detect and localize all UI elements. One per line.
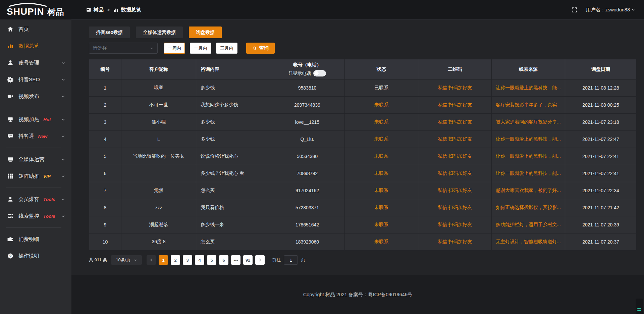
cell-account: 572803371 (270, 199, 345, 216)
cell-id: 1 (89, 80, 121, 97)
sidebar-item-10[interactable]: 会员爆客Tools (0, 191, 71, 208)
cell-source-link[interactable]: 如何正确选择投影仪，买投影... (492, 199, 565, 216)
goto-page-input[interactable] (284, 255, 298, 265)
total-count: 共 911 条 (89, 257, 107, 263)
more-pages-button[interactable]: ••• (231, 255, 240, 265)
page-button-5[interactable]: 5 (207, 255, 216, 265)
user-menu[interactable]: 用户名： zswodun88 (586, 7, 635, 13)
cell-qr-links[interactable]: 私信 扫码加好友 (418, 80, 492, 97)
phone-only-toggle[interactable] (313, 70, 326, 76)
cell-source-link[interactable]: 无主灯设计，智能磁吸轨道灯... (492, 233, 565, 251)
prev-page-button[interactable] (147, 255, 156, 265)
cell-account: 70898792 (270, 165, 345, 182)
period-button-3[interactable]: 三月内 (216, 43, 237, 54)
cell-source-link[interactable]: 让你一眼就爱上的黑科技，能... (492, 148, 565, 165)
app-logo[interactable]: SHUPIN 树品 (7, 3, 64, 16)
sidebar-item-label: 矩阵助推 (18, 173, 39, 180)
cell-qr-links[interactable]: 私信 扫码加好友 (418, 97, 492, 114)
fullscreen-icon[interactable] (572, 7, 577, 13)
sidebar-item-12[interactable]: 消费明细 (0, 231, 71, 248)
cell-content: 怎么买 (196, 182, 270, 199)
cell-source-link[interactable]: 让你一眼就爱上的黑科技，能... (492, 131, 565, 148)
cell-status: 未联系 (345, 182, 418, 199)
cell-qr-links[interactable]: 私信 扫码加好友 (418, 148, 492, 165)
cell-account: love__1215 (270, 114, 345, 131)
period-button-1[interactable]: 一周内 (164, 43, 185, 54)
sidebar-item-8[interactable]: 全媒体运营 (0, 151, 71, 168)
sidebar-divider (6, 108, 61, 108)
sidebar-item-label: 首页 (18, 26, 29, 33)
query-button[interactable]: 查询 (246, 43, 275, 54)
cell-nickname (121, 165, 196, 182)
pagination: 共 911 条 10条/页 123456•••92 前往 页 (89, 255, 637, 265)
tab-2[interactable]: 全媒体运营数据 (136, 27, 183, 38)
page-button-4[interactable]: 4 (195, 255, 204, 265)
sidebar-item-5[interactable]: 视频发布 (0, 88, 71, 105)
cell-qr-links[interactable]: 私信 扫码加好友 (418, 131, 492, 148)
page-button-6[interactable]: 6 (219, 255, 228, 265)
chevron-down-icon (61, 174, 65, 178)
cell-source-link[interactable]: 让你一眼就爱上的黑科技，能... (492, 80, 565, 97)
cell-source-link[interactable]: 客厅安装投影半年多了，真实... (492, 97, 565, 114)
tab-3[interactable]: 询盘数据 (189, 27, 222, 38)
cell-source-link[interactable]: 多功能护栏灯，适用于乡村文... (492, 216, 565, 233)
cell-id: 10 (89, 233, 121, 251)
main-content: 抖音seo数据全媒体运营数据询盘数据 请选择 一周内一月内三月内 查询 编号客户… (71, 19, 644, 275)
sidebar-item-3[interactable]: 账号管理 (0, 54, 71, 71)
cell-qr-links[interactable]: 私信 扫码加好友 (418, 182, 492, 199)
breadcrumb: 树品>数据总览 (86, 7, 141, 13)
floating-widget[interactable] (636, 299, 643, 314)
menu-badge: Hot (43, 117, 51, 122)
account-select[interactable]: 请选择 (89, 43, 158, 54)
page-button-92[interactable]: 92 (243, 255, 253, 265)
home-icon (7, 26, 13, 32)
cell-qr-links[interactable]: 私信 扫码加好友 (418, 199, 492, 216)
tab-1[interactable]: 抖音seo数据 (89, 27, 130, 38)
cell-source-link[interactable]: 让你一眼就爱上的黑科技，能... (492, 165, 565, 182)
cell-content: 说说价格让我死心 (196, 148, 270, 165)
sidebar-item-2[interactable]: 数据总览 (0, 38, 71, 54)
sidebar-item-label: 视频发布 (18, 93, 39, 100)
cell-qr-links[interactable]: 私信 扫码加好友 (418, 233, 492, 251)
breadcrumb-item-1[interactable]: 树品 (86, 7, 104, 13)
menu-badge: VIP (43, 174, 51, 179)
logo-text-cn: 树品 (47, 8, 64, 16)
page-button-2[interactable]: 2 (171, 255, 180, 265)
cell-status: 未联系 (345, 216, 418, 233)
sidebar-item-4[interactable]: 抖音SEO (0, 71, 71, 88)
sidebar-item-9[interactable]: 矩阵助推VIP (0, 168, 71, 185)
sidebar-item-13[interactable]: ?操作说明 (0, 248, 71, 264)
chevron-down-icon (61, 117, 65, 122)
table-body: 1哦章多少钱9583810已联系私信 扫码加好友让你一眼就爱上的黑科技，能...… (89, 80, 637, 251)
cell-qr-links[interactable]: 私信 扫码加好友 (418, 114, 492, 131)
table-row: 9潮起潮落多少钱一米178651642未联系私信 扫码加好友多功能护栏灯，适用于… (89, 216, 637, 233)
page-button-3[interactable]: 3 (183, 255, 192, 265)
cell-qr-links[interactable]: 私信 扫码加好友 (418, 216, 492, 233)
cell-date: 2021-11-07 21:42 (565, 199, 637, 216)
cell-date: 2021-11-08 12:28 (565, 80, 637, 97)
cell-source-link[interactable]: 被大家追着问的客厅投影分享... (492, 114, 565, 131)
cell-qr-links[interactable]: 私信 扫码加好友 (418, 165, 492, 182)
cell-account: 917024162 (270, 182, 345, 199)
cell-nickname: 狐小狸 (121, 114, 196, 131)
page-button-1[interactable]: 1 (159, 255, 168, 265)
cell-date: 2021-11-07 23:18 (565, 114, 637, 131)
sidebar-item-1[interactable]: 首页 (0, 21, 71, 38)
chat-icon (7, 133, 13, 139)
column-header-1: 编号 (89, 59, 121, 80)
copyright-text: Copyright 树品 2021 备案号：粤ICP备09019646号 (303, 292, 413, 298)
page-size-select[interactable]: 10条/页 (111, 255, 142, 265)
bar-chart-icon (7, 43, 13, 49)
sidebar-item-label: 视频加热 (18, 116, 39, 123)
sidebar-item-6[interactable]: 视频加热Hot (0, 111, 71, 128)
cell-source-link[interactable]: 感谢大家喜欢我家，被问了好... (492, 182, 565, 199)
sidebar-item-11[interactable]: 线索监控Tools (0, 208, 71, 224)
sidebar-item-7[interactable]: 抖客通New (0, 128, 71, 145)
column-header-3: 咨询内容 (196, 59, 270, 80)
next-page-button[interactable] (255, 255, 265, 265)
cell-date: 2021-11-07 22:34 (565, 182, 637, 199)
menu-badge: Tools (43, 214, 55, 219)
cell-account: 50534380 (270, 148, 345, 165)
period-button-2[interactable]: 一月内 (190, 43, 211, 54)
breadcrumb-item-2[interactable]: 数据总览 (113, 7, 141, 13)
